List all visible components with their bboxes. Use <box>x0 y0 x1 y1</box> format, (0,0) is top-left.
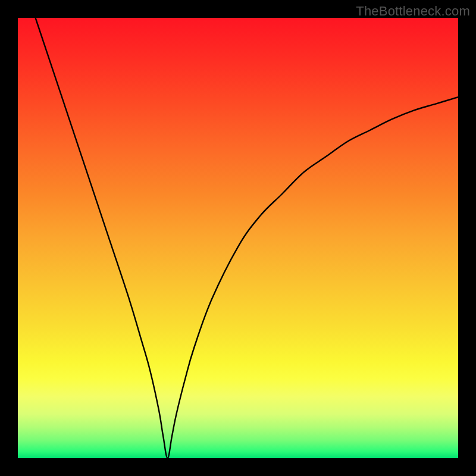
bottleneck-chart <box>18 18 458 458</box>
watermark-text: TheBottleneck.com <box>356 4 470 19</box>
plot-area <box>18 18 458 458</box>
chart-frame: TheBottleneck.com <box>0 0 476 476</box>
gradient-background <box>18 18 458 458</box>
